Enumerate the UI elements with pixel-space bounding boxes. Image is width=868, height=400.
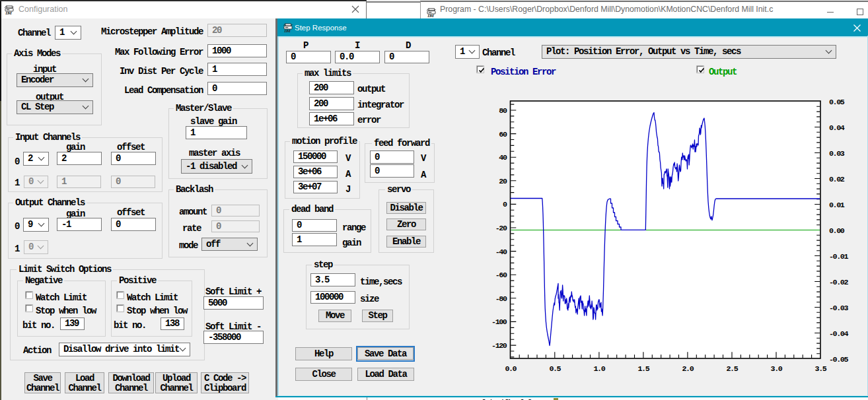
svg-text:-100: -100 (491, 317, 507, 327)
svg-text:0.00: 0.00 (829, 226, 845, 236)
svg-text:3.0: 3.0 (771, 364, 783, 374)
svg-text:-0.05: -0.05 (829, 355, 848, 364)
svg-text:0.05: 0.05 (829, 98, 845, 107)
svg-text:1.0: 1.0 (593, 364, 605, 374)
svg-text:0.01: 0.01 (829, 201, 845, 210)
svg-text:0.5: 0.5 (549, 364, 561, 374)
svg-text:-0.02: -0.02 (829, 278, 848, 287)
svg-text:20: 20 (499, 177, 507, 186)
svg-text:3.5: 3.5 (815, 364, 827, 374)
svg-text:0.04: 0.04 (829, 123, 845, 133)
svg-text:2.0: 2.0 (682, 364, 694, 374)
svg-text:-60: -60 (495, 271, 507, 280)
svg-text:0: 0 (503, 200, 507, 209)
svg-text:60: 60 (499, 130, 507, 139)
svg-text:80: 80 (499, 106, 507, 116)
svg-text:-40: -40 (495, 248, 507, 257)
svg-text:-120: -120 (491, 341, 507, 350)
svg-text:1.5: 1.5 (637, 364, 649, 374)
svg-text:-0.01: -0.01 (829, 252, 848, 261)
svg-text:0.02: 0.02 (829, 175, 845, 184)
svg-text:0.0: 0.0 (505, 364, 517, 374)
svg-text:-0.03: -0.03 (829, 304, 848, 313)
svg-text:0.03: 0.03 (829, 149, 845, 158)
svg-text:-0.04: -0.04 (829, 329, 848, 339)
svg-text:-80: -80 (495, 294, 507, 304)
svg-text:-20: -20 (495, 224, 507, 233)
svg-text:40: 40 (499, 153, 507, 162)
svg-text:2.5: 2.5 (726, 364, 738, 374)
